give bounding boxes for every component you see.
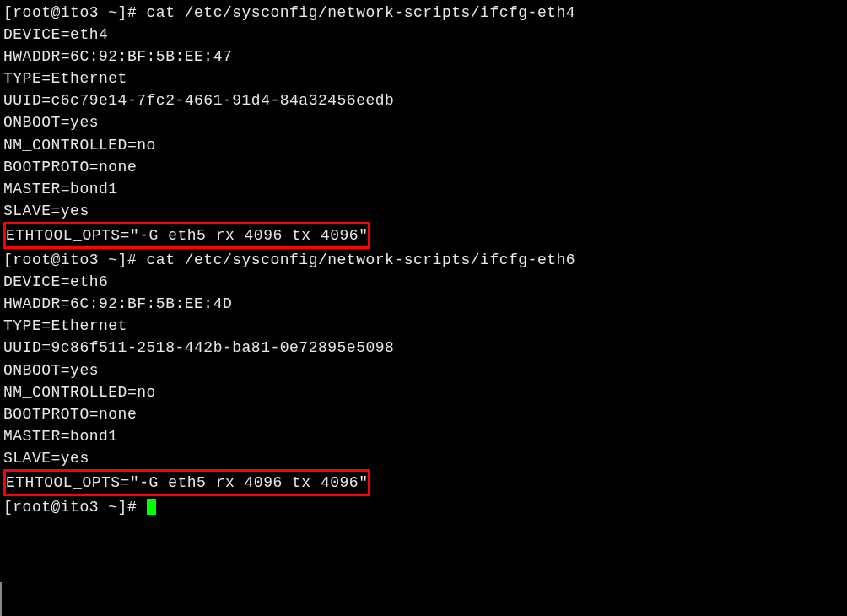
cfg2-master: MASTER=bond1 (3, 425, 844, 447)
left-border-decoration (0, 582, 2, 616)
prompt-cmd-1: [root@ito3 ~]# cat /etc/sysconfig/networ… (3, 2, 844, 24)
cfg2-device: DEVICE=eth6 (3, 271, 844, 293)
highlight-box-1: ETHTOOL_OPTS="-G eth5 rx 4096 tx 4096" (3, 222, 370, 249)
cfg1-uuid: UUID=c6c79e14-7fc2-4661-91d4-84a32456eed… (3, 89, 844, 111)
cfg1-master: MASTER=bond1 (3, 178, 844, 200)
prompt-cmd-2: [root@ito3 ~]# cat /etc/sysconfig/networ… (3, 249, 844, 271)
terminal-cursor (147, 499, 156, 515)
final-prompt: [root@ito3 ~]# (3, 499, 147, 516)
cfg1-ethtool-line: ETHTOOL_OPTS="-G eth5 rx 4096 tx 4096" (3, 222, 844, 249)
highlight-box-2: ETHTOOL_OPTS="-G eth5 rx 4096 tx 4096" (3, 469, 370, 496)
cfg1-hwaddr: HWADDR=6C:92:BF:5B:EE:47 (3, 46, 844, 68)
cfg2-bootproto: BOOTPROTO=none (3, 403, 844, 425)
final-prompt-line: [root@ito3 ~]# (3, 496, 844, 518)
cfg2-nmcontrolled: NM_CONTROLLED=no (3, 381, 844, 403)
cfg2-slave: SLAVE=yes (3, 447, 844, 469)
cfg1-type: TYPE=Ethernet (3, 68, 844, 89)
cfg2-hwaddr: HWADDR=6C:92:BF:5B:EE:4D (3, 293, 844, 315)
terminal-output[interactable]: [root@ito3 ~]# cat /etc/sysconfig/networ… (3, 2, 844, 518)
cfg1-device: DEVICE=eth4 (3, 24, 844, 46)
cfg1-bootproto: BOOTPROTO=none (3, 156, 844, 178)
cfg1-nmcontrolled: NM_CONTROLLED=no (3, 134, 844, 156)
cfg2-onboot: ONBOOT=yes (3, 359, 844, 381)
cfg2-ethtool-line: ETHTOOL_OPTS="-G eth5 rx 4096 tx 4096" (3, 469, 844, 496)
cfg2-type: TYPE=Ethernet (3, 315, 844, 337)
cfg2-uuid: UUID=9c86f511-2518-442b-ba81-0e72895e509… (3, 337, 844, 359)
cfg1-slave: SLAVE=yes (3, 200, 844, 222)
cfg1-onboot: ONBOOT=yes (3, 111, 844, 133)
